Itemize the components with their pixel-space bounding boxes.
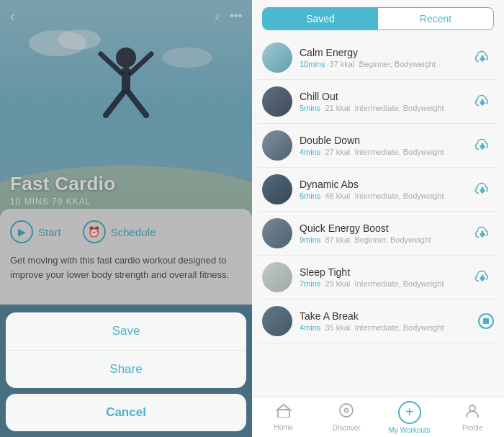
workout-details: Double Down 4mins 27 kkal Intermediate, … bbox=[300, 135, 471, 156]
discover-label: Discover bbox=[333, 424, 361, 432]
workout-row[interactable]: Double Down 4mins 27 kkal Intermediate, … bbox=[258, 124, 498, 168]
stop-icon[interactable] bbox=[478, 313, 494, 329]
workout-list: Calm Energy 10mins 37 kkal Beginner, Bod… bbox=[252, 36, 504, 397]
workout-details: Take A Break 4mins 35 kkal Intermediate,… bbox=[300, 310, 478, 332]
workout-row[interactable]: Sleep Tight 7mins 29 kkal Intermediate, … bbox=[258, 256, 498, 299]
workout-mins: 4mins bbox=[300, 148, 320, 156]
home-label: Home bbox=[274, 423, 293, 431]
workout-sub: 5mins 21 kkal Intermediate, Bodyweight bbox=[300, 104, 471, 112]
bottom-nav: Home Discover + My Workouts Profile bbox=[252, 397, 504, 437]
profile-icon bbox=[464, 402, 480, 422]
workout-level: Intermediate, Bodyweight bbox=[354, 104, 444, 112]
save-action-item[interactable]: Save bbox=[6, 312, 246, 351]
tab-saved[interactable]: Saved bbox=[263, 8, 378, 30]
my-workouts-label: My Workouts bbox=[389, 426, 431, 434]
home-icon bbox=[276, 403, 292, 421]
workout-details: Chill Out 5mins 21 kkal Intermediate, Bo… bbox=[300, 91, 471, 112]
svg-rect-17 bbox=[278, 410, 289, 418]
workout-thumbnail bbox=[262, 174, 292, 204]
workout-details: Dynamic Abs 6mins 48 kkal Intermediate, … bbox=[300, 179, 471, 200]
workout-row[interactable]: Calm Energy 10mins 37 kkal Beginner, Bod… bbox=[258, 36, 498, 80]
workout-thumbnail bbox=[262, 42, 292, 73]
workout-mins: 7mins bbox=[300, 279, 320, 288]
download-icon[interactable] bbox=[471, 222, 494, 245]
download-icon[interactable] bbox=[471, 90, 494, 113]
workout-thumbnail bbox=[262, 262, 292, 292]
workout-sub: 10mins 37 kkal Beginner, Bodyweight bbox=[300, 60, 471, 68]
workout-details: Quick Energy Boost 9mins 87 kkal Beginne… bbox=[300, 222, 471, 244]
workout-name: Sleep Tight bbox=[300, 266, 471, 278]
workout-thumbnail bbox=[262, 130, 292, 161]
workout-thumbnail bbox=[262, 86, 292, 117]
download-icon[interactable] bbox=[471, 266, 494, 289]
workout-level: Intermediate, Bodyweight bbox=[354, 323, 444, 332]
svg-point-20 bbox=[469, 405, 475, 411]
workout-row[interactable]: Take A Break 4mins 35 kkal Intermediate,… bbox=[258, 299, 498, 343]
left-panel: ‹ ♪ ••• Fast Cardio 10 MINS 79 KKAL ▶ St… bbox=[0, 0, 252, 437]
workout-mins: 5mins bbox=[300, 104, 320, 112]
profile-label: Profile bbox=[462, 424, 482, 432]
workout-name: Double Down bbox=[300, 135, 471, 146]
workout-thumbnail bbox=[262, 218, 292, 248]
workout-level: Beginner, Bodyweight bbox=[359, 60, 436, 68]
workout-name: Take A Break bbox=[300, 310, 478, 322]
download-icon[interactable] bbox=[471, 178, 494, 201]
workout-level: Intermediate, Bodyweight bbox=[354, 192, 444, 200]
workout-mins: 6mins bbox=[300, 192, 320, 200]
share-action-item[interactable]: Share bbox=[6, 351, 246, 388]
download-icon[interactable] bbox=[471, 134, 494, 157]
workout-level: Beginner, Bodyweight bbox=[354, 235, 431, 244]
workout-details: Sleep Tight 7mins 29 kkal Intermediate, … bbox=[300, 266, 471, 288]
right-panel: Saved Recent Calm Energy 10mins 37 kkal … bbox=[252, 0, 504, 437]
svg-point-18 bbox=[340, 404, 353, 417]
workout-name: Quick Energy Boost bbox=[300, 222, 471, 234]
workout-details: Calm Energy 10mins 37 kkal Beginner, Bod… bbox=[300, 47, 471, 68]
discover-icon bbox=[338, 402, 354, 422]
workout-sub: 4mins 35 kkal Intermediate, Bodyweight bbox=[300, 323, 478, 332]
action-sheet-group: Save Share bbox=[6, 312, 246, 388]
workout-row[interactable]: Quick Energy Boost 9mins 87 kkal Beginne… bbox=[258, 212, 498, 256]
nav-home[interactable]: Home bbox=[252, 403, 315, 431]
workout-name: Calm Energy bbox=[300, 47, 471, 58]
download-icon[interactable] bbox=[471, 46, 494, 69]
workout-sub: 4mins 27 kkal Intermediate, Bodyweight bbox=[300, 148, 471, 156]
stop-square bbox=[483, 318, 489, 324]
action-sheet-overlay: Save Share Cancel bbox=[0, 0, 252, 437]
cancel-action-item[interactable]: Cancel bbox=[6, 394, 246, 431]
workout-mins: 4mins bbox=[300, 323, 320, 332]
svg-point-19 bbox=[345, 409, 348, 413]
workout-level: Intermediate, Bodyweight bbox=[354, 279, 444, 288]
workout-name: Dynamic Abs bbox=[300, 179, 471, 190]
workout-row[interactable]: Dynamic Abs 6mins 48 kkal Intermediate, … bbox=[258, 168, 498, 212]
tab-recent[interactable]: Recent bbox=[378, 8, 493, 30]
workout-mins: 9mins bbox=[300, 235, 320, 244]
add-icon: + bbox=[398, 401, 421, 424]
workout-sub: 9mins 87 kkal Beginner, Bodyweight bbox=[300, 235, 471, 244]
workout-sub: 7mins 29 kkal Intermediate, Bodyweight bbox=[300, 279, 471, 288]
workout-mins: 10mins bbox=[300, 60, 325, 68]
nav-discover[interactable]: Discover bbox=[315, 402, 379, 432]
workout-sub: 6mins 48 kkal Intermediate, Bodyweight bbox=[300, 192, 471, 200]
workout-thumbnail bbox=[262, 306, 292, 336]
nav-my-workouts[interactable]: + My Workouts bbox=[378, 401, 441, 434]
workout-name: Chill Out bbox=[300, 91, 471, 102]
workout-row[interactable]: Chill Out 5mins 21 kkal Intermediate, Bo… bbox=[258, 80, 498, 124]
tab-bar: Saved Recent bbox=[262, 7, 494, 30]
workout-level: Intermediate, Bodyweight bbox=[354, 148, 444, 156]
nav-profile[interactable]: Profile bbox=[441, 402, 505, 432]
action-sheet: Save Share Cancel bbox=[6, 312, 246, 431]
